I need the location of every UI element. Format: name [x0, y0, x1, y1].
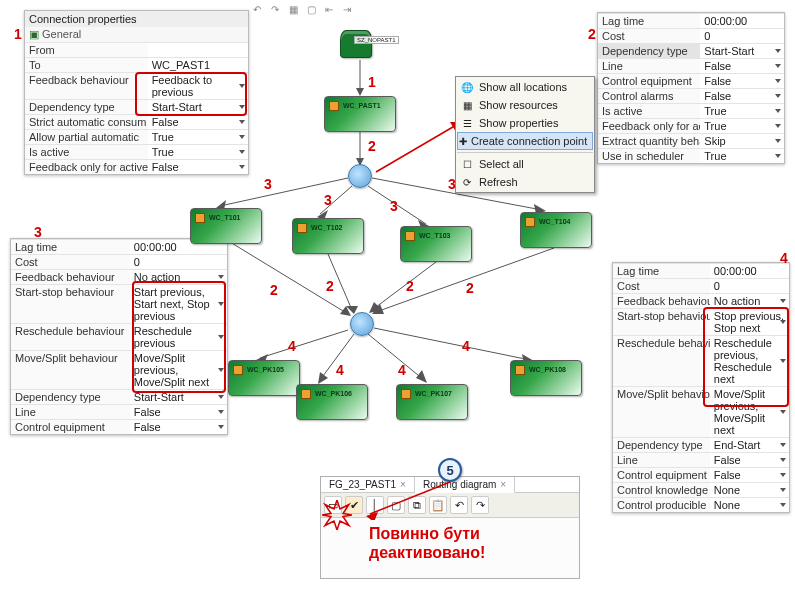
- menu-item[interactable]: ▦Show resources: [457, 96, 593, 114]
- property-key: Strict automatic consum: [25, 115, 148, 129]
- connect-icon: ✚: [459, 134, 467, 148]
- property-value[interactable]: False: [700, 59, 784, 73]
- edge-label: 2: [326, 278, 334, 294]
- property-value[interactable]: False: [700, 74, 784, 88]
- property-key: Control equipment: [598, 74, 700, 88]
- property-row: Control knowledgeNone: [613, 482, 789, 497]
- grid-icon[interactable]: ▦: [286, 2, 300, 16]
- collapse-icon[interactable]: ▣: [29, 28, 42, 40]
- undo-icon[interactable]: ↶: [250, 2, 264, 16]
- property-value[interactable]: True: [700, 119, 784, 133]
- property-key: Feedback behaviour: [25, 73, 148, 99]
- workcenter-node-pk108[interactable]: WC_PK108: [510, 360, 582, 396]
- workcenter-node-t104[interactable]: WC_T104: [520, 212, 592, 248]
- redo-icon[interactable]: ↷: [268, 2, 282, 16]
- close-icon[interactable]: ×: [500, 479, 506, 490]
- property-value[interactable]: No action: [710, 294, 789, 308]
- property-row: LineFalse: [11, 404, 227, 419]
- property-row: LineFalse: [598, 58, 784, 73]
- workcenter-node-t103[interactable]: WC_T103: [400, 226, 472, 262]
- property-key: Start-stop behaviour: [11, 285, 130, 323]
- property-row: Feedback only for activeTrue: [598, 118, 784, 133]
- svg-line-15: [372, 262, 436, 310]
- workcenter-icon: [301, 389, 311, 399]
- menu-label: Refresh: [479, 176, 518, 188]
- edge-label: 3: [264, 176, 272, 192]
- menu-item[interactable]: 🌐Show all locations: [457, 78, 593, 96]
- property-value[interactable]: False: [710, 468, 789, 482]
- property-value: 00:00:00: [710, 264, 789, 278]
- junction-top[interactable]: [348, 164, 372, 188]
- context-menu: 🌐Show all locations▦Show resources☰Show …: [455, 76, 595, 193]
- property-value[interactable]: None: [710, 498, 789, 512]
- align-icon[interactable]: ⇤: [322, 2, 336, 16]
- property-key: Is active: [598, 104, 700, 118]
- menu-item[interactable]: ☰Show properties: [457, 114, 593, 132]
- menu-item[interactable]: ✚Create connection point: [457, 132, 593, 150]
- property-value[interactable]: True: [700, 149, 784, 163]
- property-row: Dependency typeStart-Start: [598, 43, 784, 58]
- callout-4: 4: [780, 250, 788, 266]
- property-value[interactable]: True: [700, 104, 784, 118]
- property-key: Move/Split behaviour: [613, 387, 710, 437]
- property-value[interactable]: False: [710, 453, 789, 467]
- workcenter-icon: [297, 223, 307, 233]
- property-key: Is active: [25, 145, 148, 159]
- property-row: LineFalse: [613, 452, 789, 467]
- svg-marker-0: [356, 88, 364, 96]
- property-key: From: [25, 43, 148, 57]
- cubes-icon: ▦: [459, 98, 475, 112]
- menu-item[interactable]: ☐Select all: [457, 155, 593, 173]
- workcenter-node-t102[interactable]: WC_T102: [292, 218, 364, 254]
- svg-marker-22: [318, 372, 328, 384]
- property-value[interactable]: End-Start: [710, 438, 789, 452]
- svg-line-25: [374, 328, 530, 360]
- property-row: Lag time00:00:00: [613, 263, 789, 278]
- property-key: Dependency type: [598, 44, 700, 58]
- property-value[interactable]: Skip: [700, 134, 784, 148]
- workcenter-node-pk105[interactable]: WC_PK105: [228, 360, 300, 396]
- property-value[interactable]: False: [700, 89, 784, 103]
- property-row: Feedback behaviourNo action: [613, 293, 789, 308]
- workcenter-node-past1[interactable]: WC_PAST1: [324, 96, 396, 132]
- edge-label: 2: [406, 278, 414, 294]
- align-icon[interactable]: ⇥: [340, 2, 354, 16]
- property-value[interactable]: Start-Start: [700, 44, 784, 58]
- property-key: Cost: [11, 255, 130, 269]
- workcenter-icon: [329, 101, 339, 111]
- workcenter-icon: [405, 231, 415, 241]
- storage-node[interactable]: SZ_NOPAST1: [340, 30, 396, 64]
- property-key: Use in scheduler: [598, 149, 700, 163]
- properties-panel-2: Lag time00:00:00Cost0Dependency typeStar…: [597, 12, 785, 164]
- property-row: Control alarmsFalse: [598, 88, 784, 103]
- property-row: Control equipmentFalse: [613, 467, 789, 482]
- snap-icon[interactable]: ▢: [304, 2, 318, 16]
- callout-3: 3: [34, 224, 42, 240]
- edge-label: 3: [390, 198, 398, 214]
- refresh-icon: ⟳: [459, 175, 475, 189]
- step-badge-5: 5: [438, 458, 462, 482]
- edge-label: 3: [324, 192, 332, 208]
- redo-icon[interactable]: ↷: [471, 496, 489, 514]
- property-key: Control producible units: [613, 498, 710, 512]
- workcenter-node-pk107[interactable]: WC_PK107: [396, 384, 468, 420]
- edge-label: 2: [270, 282, 278, 298]
- property-row: Control producible unitsNone: [613, 497, 789, 512]
- property-key: Lag time: [613, 264, 710, 278]
- property-value[interactable]: None: [710, 483, 789, 497]
- svg-marker-12: [340, 306, 351, 316]
- property-key: Dependency type: [613, 438, 710, 452]
- workcenter-node-pk106[interactable]: WC_PK106: [296, 384, 368, 420]
- property-key: Move/Split behaviour: [11, 351, 130, 389]
- property-row: Is activeTrue: [598, 103, 784, 118]
- junction-bottom[interactable]: [350, 312, 374, 336]
- workcenter-node-t101[interactable]: WC_T101: [190, 208, 262, 244]
- svg-line-30: [370, 482, 450, 514]
- workcenter-icon: [233, 365, 243, 375]
- property-row: Use in schedulerTrue: [598, 148, 784, 163]
- svg-line-23: [368, 334, 424, 380]
- menu-item[interactable]: ⟳Refresh: [457, 173, 593, 191]
- property-key: Cost: [598, 29, 700, 43]
- globe-icon: 🌐: [459, 80, 475, 94]
- property-key: Control alarms: [598, 89, 700, 103]
